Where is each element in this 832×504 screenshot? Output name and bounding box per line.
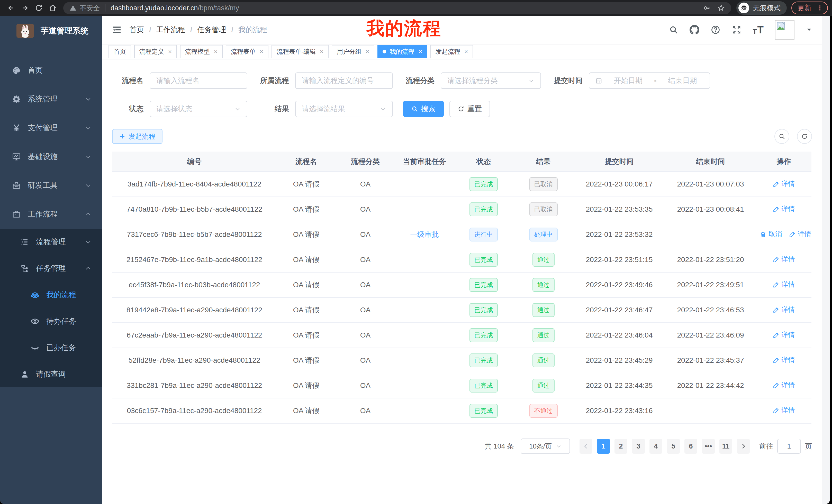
help-icon[interactable] (711, 25, 721, 35)
sidebar-item-流程管理[interactable]: 流程管理 (0, 229, 102, 255)
start-date-placeholder[interactable]: 开始日期 (607, 76, 649, 86)
cell-current-task (395, 398, 454, 423)
page-ellipsis[interactable]: ••• (702, 439, 715, 454)
sidebar-item-待办任务[interactable]: 待办任务 (0, 308, 102, 334)
security-warning-icon[interactable] (70, 4, 77, 11)
cell-actions: 详情 (756, 348, 811, 373)
detail-action-link[interactable]: 详情 (773, 204, 795, 214)
tab-流程表单-编辑[interactable]: 流程表单-编辑× (271, 45, 329, 58)
page-button-2[interactable]: 2 (615, 439, 627, 454)
page-button-11[interactable]: 11 (719, 439, 732, 454)
page-button-4[interactable]: 4 (649, 439, 662, 454)
tab-流程模型[interactable]: 流程模型× (180, 45, 223, 58)
url-text[interactable]: dashboard.yudao.iocoder.cn/bpm/task/my (110, 4, 239, 12)
sidebar-toggle-icon[interactable] (111, 25, 122, 35)
browser-menu-icon[interactable] (816, 5, 823, 11)
tab-用户分组[interactable]: 用户分组× (332, 45, 374, 58)
sidebar-item-首页[interactable]: 首页 (0, 56, 102, 85)
detail-action-link[interactable]: 详情 (773, 381, 795, 390)
avatar[interactable] (775, 20, 795, 39)
detail-action-link[interactable]: 详情 (773, 330, 795, 339)
detail-action-link[interactable]: 详情 (773, 280, 795, 289)
breadcrumb-workflow[interactable]: 工作流程 (156, 25, 185, 35)
page-button-6[interactable]: 6 (684, 439, 697, 454)
cancel-action-link[interactable]: 取消 (760, 230, 782, 239)
tab-流程定义[interactable]: 流程定义× (134, 45, 177, 58)
font-size-icon[interactable]: TT (753, 25, 763, 35)
current-task-link[interactable]: 一级审批 (410, 230, 439, 239)
page-button-1[interactable]: 1 (597, 439, 610, 454)
refresh-table-button[interactable] (797, 129, 812, 144)
tab-发起流程[interactable]: 发起流程× (431, 45, 473, 58)
sidebar-item-研发工具[interactable]: 研发工具 (0, 171, 102, 200)
cell-status: 已完成 (454, 247, 513, 272)
cell-end-time (665, 398, 756, 423)
parent-process-input[interactable]: 请输入流程定义的编号 (295, 73, 393, 89)
result-select[interactable]: 请选择流结果 (295, 101, 393, 117)
detail-action-link[interactable]: 详情 (773, 179, 795, 188)
breadcrumb-home[interactable]: 首页 (130, 25, 144, 35)
show-search-button[interactable] (774, 129, 789, 144)
github-icon[interactable] (690, 25, 699, 35)
bookmark-star-icon[interactable] (717, 4, 725, 12)
tab-close-icon[interactable]: × (320, 48, 323, 55)
detail-action-link[interactable]: 详情 (773, 356, 795, 365)
search-icon[interactable] (669, 25, 678, 34)
sidebar-item-已办任务[interactable]: 已办任务 (0, 334, 102, 361)
cell-category: OA (336, 348, 395, 373)
filter-submit-time: 提交时间 开始日期 - 结束日期 (551, 73, 710, 89)
tab-close-icon[interactable]: × (260, 48, 263, 55)
browser-update-button[interactable]: 更新 (791, 2, 828, 15)
goto-page-input[interactable] (777, 439, 801, 454)
browser-back-button[interactable] (4, 1, 18, 15)
tab-close-icon[interactable]: × (168, 48, 172, 55)
sidebar-item-支付管理[interactable]: 支付管理 (0, 114, 102, 142)
tab-close-icon[interactable]: × (214, 48, 217, 55)
cell-actions: 详情 (756, 323, 811, 348)
reset-button[interactable]: 重置 (449, 101, 490, 117)
sidebar-item-系统管理[interactable]: 系统管理 (0, 85, 102, 114)
detail-action-link[interactable]: 详情 (773, 255, 795, 264)
end-date-placeholder[interactable]: 结束日期 (662, 76, 703, 86)
app-logo-row[interactable]: 芋道管理系统 (0, 16, 102, 46)
cell-process-name: OA 请假 (277, 272, 336, 298)
tab-流程表单[interactable]: 流程表单× (226, 45, 268, 58)
password-key-icon[interactable] (703, 4, 711, 12)
fullscreen-icon[interactable] (732, 25, 742, 35)
status-select[interactable]: 请选择状态 (150, 101, 247, 117)
update-label[interactable]: 更新 (798, 3, 811, 12)
tab-close-icon[interactable]: × (366, 48, 369, 55)
sidebar-item-请假查询[interactable]: 请假查询 (0, 361, 102, 387)
prev-page-button[interactable] (579, 439, 592, 454)
breadcrumb-task-mgmt[interactable]: 任务管理 (198, 25, 226, 35)
sidebar-item-工作流程[interactable]: 工作流程 (0, 200, 102, 229)
tab-close-icon[interactable]: × (464, 48, 468, 55)
tab-close-icon[interactable]: × (419, 48, 422, 55)
submit-time-range-picker[interactable]: 开始日期 - 结束日期 (589, 73, 710, 89)
sidebar-item-基础设施[interactable]: 基础设施 (0, 142, 102, 171)
security-label[interactable]: 不安全 (80, 4, 100, 12)
detail-action-link[interactable]: 详情 (773, 406, 795, 415)
process-name-input[interactable]: 请输入流程名 (150, 73, 247, 89)
action-label: 详情 (782, 179, 795, 188)
page-size-select[interactable]: 10条/页 (521, 439, 570, 454)
sidebar-item-我的流程[interactable]: 我的流程 (0, 282, 102, 308)
tab-首页[interactable]: 首页 (108, 45, 131, 58)
detail-action-link[interactable]: 详情 (789, 230, 811, 239)
chevron-down-icon[interactable] (806, 26, 812, 33)
next-page-button[interactable] (737, 439, 750, 454)
category-select[interactable]: 请选择流程分类 (441, 73, 541, 89)
page-button-3[interactable]: 3 (632, 439, 645, 454)
browser-home-button[interactable] (46, 1, 60, 15)
browser-forward-button[interactable] (18, 1, 32, 15)
detail-action-link[interactable]: 详情 (773, 305, 795, 314)
page-scrollbar[interactable] (822, 16, 830, 504)
sidebar-item-任务管理[interactable]: 任务管理 (0, 255, 102, 282)
trash-icon (760, 231, 766, 237)
start-process-button[interactable]: 发起流程 (112, 129, 162, 144)
page-button-5[interactable]: 5 (667, 439, 680, 454)
address-bar[interactable]: 不安全 dashboard.yudao.iocoder.cn/bpm/task/… (63, 2, 731, 14)
search-button[interactable]: 搜索 (403, 101, 444, 117)
tab-我的流程[interactable]: 我的流程× (378, 45, 427, 58)
browser-reload-button[interactable] (32, 1, 46, 15)
